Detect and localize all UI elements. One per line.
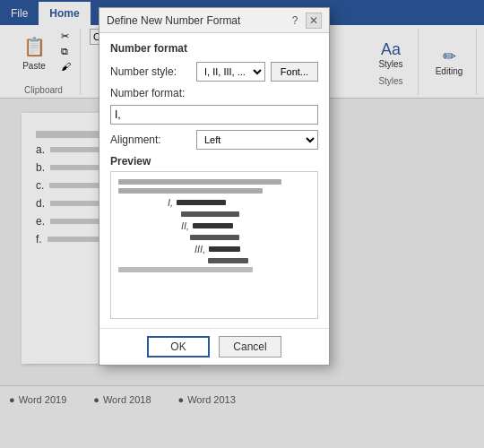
preview-item-1-line-bar (181, 211, 239, 217)
modal-overlay: Define New Number Format ? ✕ Number form… (0, 0, 484, 448)
alignment-select[interactable]: Left Center Right (196, 130, 318, 150)
preview-item-3: III, (118, 244, 310, 254)
modal-body: Number format Number style: I, II, III, … (99, 33, 329, 328)
modal-titlebar: Define New Number Format ? ✕ (99, 8, 329, 33)
preview-line-top-1 (118, 179, 281, 185)
preview-item-2: II, (118, 220, 310, 231)
preview-item-3-line (118, 258, 310, 263)
number-style-row: Number style: I, II, III, ... Font... (110, 62, 318, 82)
define-number-format-dialog: Define New Number Format ? ✕ Number form… (99, 7, 330, 366)
preview-item-3-label: III, (194, 244, 205, 254)
preview-item-1: I, (118, 197, 310, 208)
modal-controls: ? ✕ (288, 13, 322, 29)
preview-item-1-line (118, 211, 310, 217)
preview-item-1-bar (177, 200, 226, 205)
number-style-select[interactable]: I, II, III, ... (196, 62, 265, 82)
modal-close-button[interactable]: ✕ (306, 13, 322, 29)
preview-line-top-2 (118, 188, 263, 194)
preview-item-2-line (118, 235, 310, 240)
preview-lines: I, II, (111, 172, 317, 283)
number-style-label: Number style: (110, 65, 191, 78)
number-format-label: Number format: (110, 87, 191, 99)
preview-item-3-bar (209, 246, 240, 252)
preview-label: Preview (110, 155, 318, 168)
preview-item-2-bar (193, 223, 233, 228)
modal-title: Define New Number Format (107, 14, 240, 27)
ok-button[interactable]: OK (147, 336, 210, 358)
number-format-row: Number format: (110, 87, 318, 99)
modal-footer: OK Cancel (99, 328, 329, 365)
preview-item-2-line-bar (190, 235, 239, 240)
number-format-input-container (110, 105, 318, 125)
preview-box: I, II, (110, 171, 318, 319)
section-header: Number format (110, 42, 318, 55)
modal-help-button[interactable]: ? (288, 13, 302, 28)
alignment-label: Alignment: (110, 134, 191, 146)
preview-item-3-line-bar (208, 258, 248, 263)
preview-line-bottom (118, 267, 253, 272)
cancel-button[interactable]: Cancel (219, 336, 281, 358)
font-button[interactable]: Font... (271, 62, 318, 82)
preview-item-1-label: I, (168, 197, 173, 208)
preview-item-2-label: II, (181, 220, 189, 231)
number-format-input[interactable] (110, 105, 318, 125)
alignment-row: Alignment: Left Center Right (110, 130, 318, 150)
